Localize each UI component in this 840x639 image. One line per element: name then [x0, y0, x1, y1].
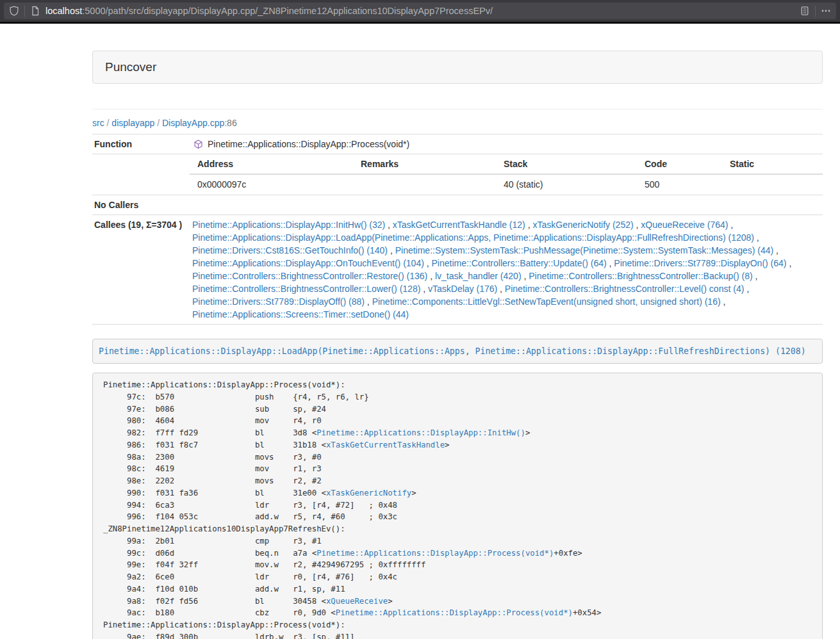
breadcrumb-separator: / — [104, 118, 112, 128]
callee-link[interactable]: Pinetime::Controllers::BrightnessControl… — [505, 284, 744, 294]
url-text[interactable]: localhost:5000/path/src/displayapp/Displ… — [45, 6, 800, 16]
disassembly-code: Pinetime::Applications::DisplayApp::Proc… — [103, 380, 601, 639]
page-icon[interactable] — [30, 6, 40, 16]
callee-link[interactable]: Pinetime::Drivers::St7789::DisplayOn() (… — [614, 258, 786, 268]
toolbar-bottom-border — [0, 22, 840, 24]
function-table: Function Pinetime::Applications::Display… — [92, 134, 823, 325]
callee-link[interactable]: xQueueReceive (764) — [641, 220, 728, 230]
asm-symbol-link[interactable]: xQueueReceive — [326, 597, 388, 606]
breadcrumb-link[interactable]: src — [92, 118, 104, 128]
callee-link[interactable]: Pinetime::Components::LittleVgl::SetNewT… — [372, 296, 721, 307]
callee-link[interactable]: Pinetime::Drivers::St7789::DisplayOff() … — [192, 296, 365, 307]
column-header-stack: Stack — [496, 154, 637, 174]
divider — [92, 109, 823, 109]
url-bar[interactable]: localhost:5000/path/src/displayapp/Displ… — [4, 3, 836, 19]
breadcrumb-link[interactable]: DisplayApp.cpp — [162, 118, 224, 128]
no-callers-label: No Callers — [92, 195, 190, 215]
callee-link[interactable]: lv_task_handler (420) — [435, 271, 522, 281]
table-row: 0x0000097c 40 (static) 500 — [190, 174, 823, 195]
highlighted-symbol-link[interactable]: Pinetime::Applications::DisplayApp::Load… — [99, 346, 806, 356]
callee-link[interactable]: Pinetime::Applications::Screens::Timer::… — [192, 309, 409, 320]
disassembly-block: Pinetime::Applications::DisplayApp::Proc… — [92, 373, 823, 639]
asm-symbol-link[interactable]: Pinetime::Applications::DisplayApp::Proc… — [317, 549, 554, 558]
app-header-panel: Puncover — [92, 51, 823, 84]
table-row: Function Pinetime::Applications::Display… — [92, 134, 823, 154]
callee-link[interactable]: Pinetime::Applications::DisplayApp::Init… — [192, 220, 385, 230]
table-header-row: Address Remarks Stack Code Static — [190, 154, 823, 174]
callee-link[interactable]: Pinetime::System::SystemTask::PushMessag… — [395, 245, 774, 255]
asm-symbol-link[interactable]: xTaskGetCurrentTaskHandle — [326, 441, 445, 449]
code-size-value: 500 — [637, 174, 722, 195]
asm-symbol-link[interactable]: Pinetime::Applications::DisplayApp::Proc… — [336, 608, 573, 617]
breadcrumb-separator: / — [154, 118, 162, 128]
page-actions-icon[interactable] — [821, 6, 831, 16]
callee-link[interactable]: Pinetime::Controllers::BrightnessControl… — [192, 284, 420, 294]
callee-link[interactable]: Pinetime::Applications::DisplayApp::OnTo… — [192, 258, 424, 268]
column-header-address: Address — [190, 154, 353, 174]
callee-link[interactable]: Pinetime::Controllers::BrightnessControl… — [192, 271, 427, 281]
address-value: 0x0000097c — [190, 174, 353, 195]
callee-link[interactable]: Pinetime::Drivers::Cst816S::GetTouchInfo… — [192, 245, 388, 255]
reader-mode-icon[interactable] — [800, 6, 810, 16]
callee-link[interactable]: xTaskGenericNotify (252) — [532, 220, 633, 230]
stack-value: 40 (static) — [496, 174, 637, 195]
function-name: Pinetime::Applications::DisplayApp::Proc… — [208, 138, 409, 150]
asm-symbol-link[interactable]: xTaskGenericNotify — [326, 489, 411, 497]
empty-label — [92, 154, 190, 195]
callee-link[interactable]: Pinetime::Controllers::Battery::Update()… — [432, 258, 607, 268]
page-container: Puncover src / displayapp / DisplayApp.c… — [92, 51, 823, 639]
url-host: localhost — [45, 6, 82, 16]
urlbar-separator — [24, 6, 25, 17]
column-header-static: Static — [722, 154, 823, 174]
breadcrumb-link[interactable]: displayapp — [111, 118, 154, 128]
callee-link[interactable]: Pinetime::Controllers::BrightnessControl… — [529, 271, 752, 281]
urlbar-separator — [815, 6, 816, 17]
breadcrumb-line-number: :86 — [224, 118, 236, 128]
package-icon — [194, 140, 203, 149]
column-header-remarks: Remarks — [353, 154, 496, 174]
function-label: Function — [92, 134, 190, 154]
callee-link[interactable]: Pinetime::Applications::DisplayApp::Load… — [192, 232, 754, 243]
callee-link[interactable]: vTaskDelay (176) — [428, 284, 497, 294]
shield-icon[interactable] — [9, 6, 19, 16]
highlighted-symbol-box: Pinetime::Applications::DisplayApp::Load… — [92, 339, 823, 364]
asm-symbol-link[interactable]: Pinetime::Applications::DisplayApp::Init… — [317, 428, 525, 437]
browser-toolbar: localhost:5000/path/src/displayapp/Displ… — [0, 0, 840, 22]
callees-list: Pinetime::Applications::DisplayApp::Init… — [190, 215, 823, 325]
static-value — [722, 174, 823, 195]
table-row: Address Remarks Stack Code Static 0x0000… — [92, 154, 823, 195]
function-detail-table: Address Remarks Stack Code Static 0x0000… — [190, 154, 823, 195]
breadcrumb: src / displayapp / DisplayApp.cpp:86 — [92, 117, 823, 129]
column-header-code: Code — [637, 154, 722, 174]
callee-link[interactable]: xTaskGetCurrentTaskHandle (12) — [393, 220, 525, 230]
table-row: Callees (19, Σ=3704 ) Pinetime::Applicat… — [92, 215, 823, 325]
remarks-value — [353, 174, 496, 195]
page-title: Puncover — [105, 60, 156, 74]
table-row: No Callers — [92, 195, 823, 215]
url-path: :5000/path/src/displayapp/DisplayApp.cpp… — [82, 6, 493, 16]
callees-label: Callees (19, Σ=3704 ) — [92, 215, 190, 325]
